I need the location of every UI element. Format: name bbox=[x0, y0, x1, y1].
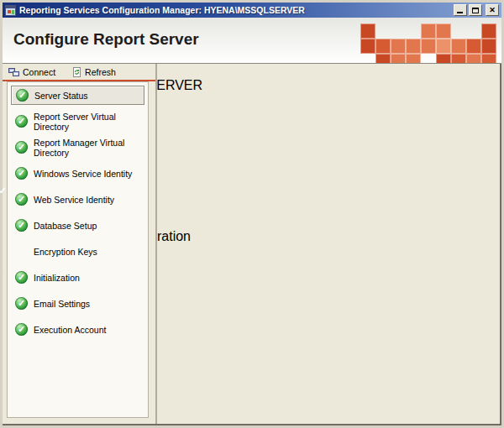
sidebar-item-web-service-identity[interactable]: Web Service Identity bbox=[8, 186, 148, 212]
close-button[interactable]: ✕ bbox=[486, 4, 499, 16]
title-bar: Reporting Services Configuration Manager… bbox=[3, 3, 501, 18]
connect-button[interactable]: Connect bbox=[8, 67, 55, 77]
configured-icon bbox=[15, 141, 28, 154]
configured-icon bbox=[16, 89, 29, 102]
page-header: Configure Report Server bbox=[3, 18, 501, 64]
sidebar-item-initialization[interactable]: Initialization bbox=[8, 264, 148, 290]
mosaic-cell bbox=[436, 23, 451, 39]
app-window: Reporting Services Configuration Manager… bbox=[0, 0, 504, 428]
mosaic-cell bbox=[406, 54, 421, 64]
maximize-icon bbox=[472, 8, 479, 13]
app-icon bbox=[5, 5, 16, 16]
sidebar-item-execution-account[interactable]: Execution Account bbox=[8, 316, 148, 342]
sidebar-item-label: Database Setup bbox=[34, 221, 97, 231]
sidebar-item-report-manager-virtual-directory[interactable]: Report Manager Virtual Directory bbox=[8, 134, 148, 160]
mosaic-cell bbox=[481, 39, 496, 54]
window-title: Reporting Services Configuration Manager… bbox=[19, 5, 452, 15]
optional-configuration-icon bbox=[15, 245, 28, 258]
header-mosaic bbox=[360, 23, 496, 64]
refresh-label: Refresh bbox=[85, 67, 116, 77]
mosaic-cell bbox=[436, 54, 451, 64]
maximize-button[interactable] bbox=[469, 4, 482, 16]
navigation-pane: Connect Refresh Server Status Report S bbox=[3, 64, 157, 424]
sidebar-item-windows-service-identity[interactable]: Windows Service Identity bbox=[8, 160, 148, 186]
minimize-button[interactable] bbox=[454, 4, 467, 16]
sidebar-item-encryption-keys[interactable]: Encryption Keys bbox=[8, 238, 148, 264]
sidebar-item-label: Email Settings bbox=[34, 299, 90, 309]
minimize-icon bbox=[457, 12, 463, 13]
mosaic-cell bbox=[466, 39, 481, 54]
close-icon: ✕ bbox=[489, 7, 496, 14]
sidebar-item-label: Web Service Identity bbox=[34, 195, 114, 205]
mosaic-cell bbox=[481, 54, 496, 64]
mosaic-cell bbox=[360, 39, 375, 54]
configured-icon bbox=[15, 115, 28, 128]
mosaic-cell bbox=[391, 54, 406, 64]
configured-icon bbox=[15, 271, 28, 284]
refresh-icon bbox=[72, 67, 81, 77]
mosaic-cell bbox=[406, 39, 421, 54]
connect-icon bbox=[8, 67, 19, 77]
sidebar-item-label: Execution Account bbox=[34, 325, 106, 335]
mosaic-cell bbox=[451, 39, 466, 54]
sidebar-item-database-setup[interactable]: Database Setup bbox=[8, 212, 148, 238]
connect-label: Connect bbox=[23, 67, 55, 77]
mosaic-cell bbox=[360, 23, 375, 39]
mosaic-cell bbox=[481, 23, 496, 39]
configured-icon bbox=[15, 193, 28, 206]
mosaic-cell bbox=[375, 54, 391, 64]
sidebar-item-label: Server Status bbox=[34, 91, 88, 101]
mosaic-cell bbox=[375, 39, 391, 54]
sidebar-item-label: Windows Service Identity bbox=[34, 169, 132, 179]
configured-icon bbox=[15, 297, 28, 310]
configured-icon bbox=[15, 167, 28, 180]
mosaic-cell bbox=[391, 39, 406, 54]
sidebar-item-label: Report Manager Virtual Directory bbox=[34, 138, 148, 158]
sidebar-item-server-status[interactable]: Server Status bbox=[11, 86, 144, 105]
sidebar-item-label: Encryption Keys bbox=[34, 247, 97, 257]
refresh-button[interactable]: Refresh bbox=[72, 67, 116, 77]
page-title: Configure Report Server bbox=[13, 30, 199, 49]
navigation-list: Server Status Report Server Virtual Dire… bbox=[7, 81, 149, 418]
configured-icon bbox=[15, 219, 28, 232]
mosaic-cell bbox=[466, 54, 481, 64]
toolbar: Connect Refresh bbox=[3, 64, 155, 80]
sidebar-item-email-settings[interactable]: Email Settings bbox=[8, 290, 148, 316]
mosaic-cell bbox=[421, 39, 436, 54]
mosaic-cell bbox=[421, 23, 436, 39]
sidebar-item-label: Report Server Virtual Directory bbox=[34, 112, 148, 132]
sidebar-item-label: Initialization bbox=[34, 273, 80, 283]
mosaic-cell bbox=[451, 54, 466, 64]
mosaic-cell bbox=[436, 39, 451, 54]
configured-icon bbox=[15, 323, 28, 336]
sidebar-item-report-server-virtual-directory[interactable]: Report Server Virtual Directory bbox=[8, 108, 148, 134]
